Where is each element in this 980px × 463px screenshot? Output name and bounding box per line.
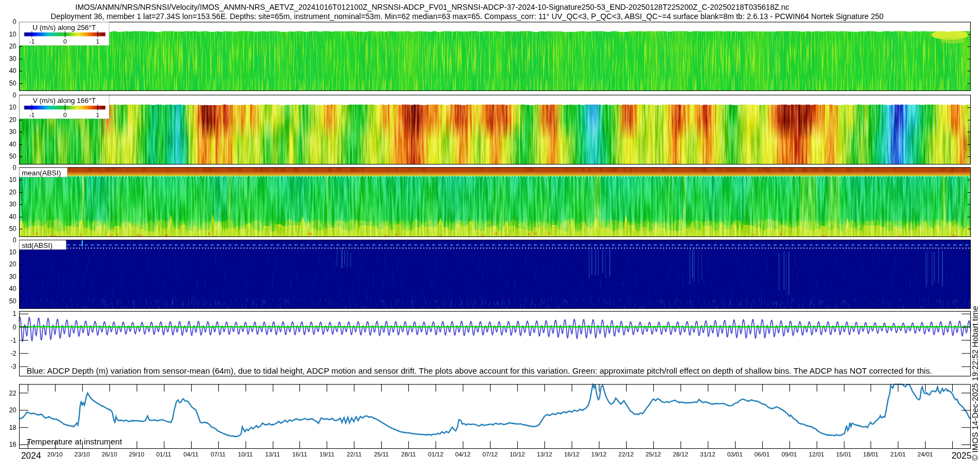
svg-text:25/11: 25/11 [374, 451, 389, 458]
svg-text:28/12: 28/12 [673, 451, 688, 458]
svg-text:06/01: 06/01 [755, 451, 770, 458]
svg-text:20/10: 20/10 [47, 451, 63, 458]
svg-text:40: 40 [9, 141, 17, 148]
svg-text:20: 20 [9, 42, 17, 50]
svg-text:50: 50 [9, 297, 17, 305]
svg-text:01/12: 01/12 [428, 451, 443, 458]
svg-text:07/12: 07/12 [482, 451, 498, 458]
svg-text:50: 50 [9, 225, 17, 233]
svg-text:50: 50 [9, 153, 17, 160]
svg-text:16: 16 [9, 441, 17, 448]
svg-text:0: 0 [13, 18, 16, 26]
svg-text:23/10: 23/10 [75, 451, 90, 458]
svg-text:30: 30 [9, 200, 17, 208]
svg-text:20: 20 [9, 406, 17, 414]
svg-text:28/11: 28/11 [401, 451, 416, 458]
svg-text:30: 30 [9, 273, 17, 281]
svg-text:0: 0 [13, 324, 16, 331]
svg-text:0: 0 [13, 92, 16, 99]
svg-text:19/11: 19/11 [320, 451, 334, 458]
svg-text:01/11: 01/11 [156, 451, 171, 458]
svg-text:24/01: 24/01 [917, 451, 933, 458]
svg-text:16/11: 16/11 [292, 451, 307, 458]
svg-text:mean(ABSI): mean(ABSI) [22, 169, 61, 177]
svg-text:std(ABSI): std(ABSI) [22, 241, 52, 249]
svg-text:18/01: 18/01 [863, 451, 878, 458]
svg-text:40: 40 [9, 285, 17, 293]
svg-text:31/12: 31/12 [700, 451, 715, 458]
svg-text:12/01: 12/01 [808, 451, 824, 458]
svg-text:20: 20 [9, 188, 17, 196]
svg-text:© IMOS 14-Dec-2025 19:22:52 Ho: © IMOS 14-Dec-2025 19:22:52 Hobart time [971, 306, 979, 461]
svg-text:0: 0 [63, 112, 66, 118]
svg-text:10: 10 [9, 176, 17, 184]
svg-text:03/01: 03/01 [727, 451, 743, 458]
svg-text:13/12: 13/12 [537, 451, 552, 458]
svg-text:21/01: 21/01 [890, 451, 905, 458]
svg-text:Deployment 36, member 1 lat=27: Deployment 36, member 1 lat=27.34S lon=1… [51, 12, 884, 21]
svg-text:07/11: 07/11 [211, 451, 225, 458]
svg-text:26/10: 26/10 [102, 451, 117, 458]
svg-text:0: 0 [63, 38, 66, 45]
svg-text:1: 1 [13, 310, 16, 318]
svg-text:40: 40 [9, 213, 17, 221]
svg-text:0: 0 [13, 236, 16, 244]
svg-text:19/12: 19/12 [591, 451, 607, 458]
svg-text:10/11: 10/11 [238, 451, 253, 458]
svg-text:-3: -3 [10, 363, 16, 370]
svg-text:20: 20 [9, 260, 17, 268]
svg-text:04/12: 04/12 [455, 451, 470, 458]
svg-text:29/10: 29/10 [129, 451, 144, 458]
svg-text:22/12: 22/12 [618, 451, 634, 458]
svg-text:U (m/s) along 256°T: U (m/s) along 256°T [33, 23, 96, 32]
svg-text:22/11: 22/11 [347, 451, 362, 458]
svg-text:-1: -1 [29, 38, 34, 45]
svg-text:25/12: 25/12 [646, 451, 661, 458]
svg-text:1: 1 [96, 38, 99, 45]
svg-text:18: 18 [9, 424, 17, 431]
svg-text:50: 50 [9, 80, 17, 87]
svg-text:40: 40 [9, 67, 17, 75]
svg-text:10/12: 10/12 [510, 451, 525, 458]
svg-text:22: 22 [9, 389, 17, 397]
svg-text:10: 10 [9, 103, 17, 111]
svg-text:15/01: 15/01 [836, 451, 851, 458]
svg-text:16/12: 16/12 [564, 451, 579, 458]
svg-text:1: 1 [96, 112, 99, 118]
svg-text:2024: 2024 [21, 450, 41, 460]
svg-text:-2: -2 [10, 350, 16, 357]
svg-text:-1: -1 [10, 337, 16, 344]
svg-text:IMOS/ANMN/NRS/NRSNSI/Velocity/: IMOS/ANMN/NRS/NRSNSI/Velocity/IMOS_ANMN-… [75, 3, 789, 11]
svg-text:-1: -1 [29, 112, 34, 118]
svg-text:09/01: 09/01 [782, 451, 797, 458]
svg-text:30: 30 [9, 128, 17, 136]
svg-text:Blue: ADCP Depth (m) variation: Blue: ADCP Depth (m) variation from sens… [27, 366, 932, 375]
svg-text:2025: 2025 [952, 450, 972, 460]
svg-text:0: 0 [13, 164, 16, 172]
svg-text:10: 10 [9, 31, 17, 38]
svg-text:20: 20 [9, 116, 17, 124]
svg-text:13/11: 13/11 [265, 451, 280, 458]
svg-text:Temperature at instrument: Temperature at instrument [27, 437, 122, 446]
svg-text:10: 10 [9, 248, 17, 256]
svg-text:V (m/s) along 166°T: V (m/s) along 166°T [33, 96, 96, 105]
svg-text:30: 30 [9, 55, 17, 63]
svg-text:04/11: 04/11 [183, 451, 198, 458]
